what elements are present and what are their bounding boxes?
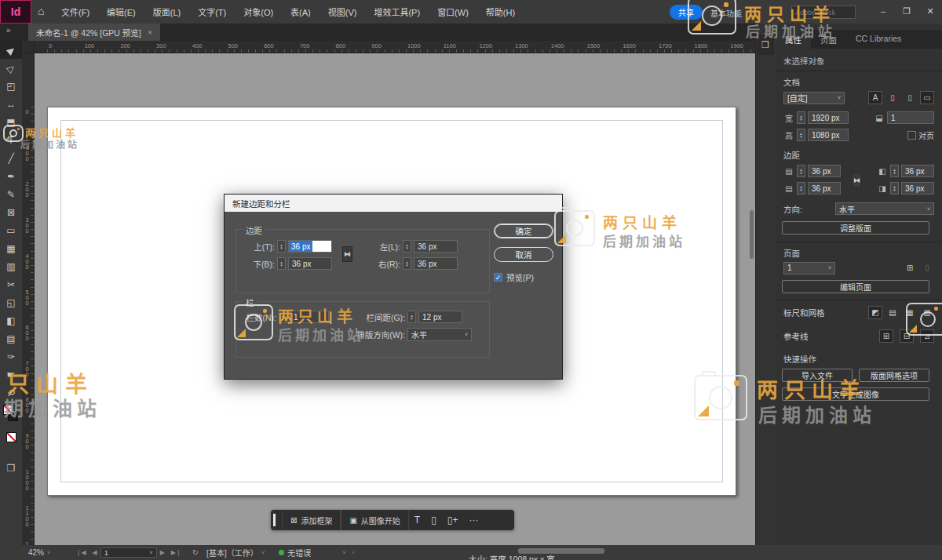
content-collector-tool[interactable]: ⬒ bbox=[0, 113, 22, 131]
vertical-grid-tool[interactable]: ▥ bbox=[0, 257, 22, 275]
page-tool[interactable]: ◰ bbox=[0, 77, 22, 95]
menu-edit[interactable]: 编辑(E) bbox=[107, 5, 136, 18]
intent-mobile-icon[interactable]: ▯ bbox=[885, 91, 900, 104]
horizontal-ruler[interactable]: 0100200300400500600700800900100011001200… bbox=[35, 41, 755, 53]
page-select[interactable]: 1 ˅ bbox=[783, 262, 835, 275]
more-options-icon[interactable]: ··· bbox=[469, 515, 478, 525]
preset-select[interactable]: [自定] ˅ bbox=[783, 92, 845, 104]
menu-help[interactable]: 帮助(H) bbox=[486, 5, 515, 18]
apply-none-swatch[interactable] bbox=[0, 428, 22, 446]
panel-margin-bottom-input[interactable]: 36 px bbox=[808, 182, 841, 195]
pencil-tool[interactable]: ✎ bbox=[0, 185, 22, 203]
menu-view[interactable]: 视图(V) bbox=[328, 5, 357, 18]
writing-direction-select[interactable]: 水平 ˅ bbox=[407, 328, 472, 341]
edit-pages-button[interactable]: 编辑页面 bbox=[782, 280, 929, 293]
tab-cc-libraries[interactable]: CC Libraries bbox=[846, 30, 911, 49]
tab-close-icon[interactable]: ✕ bbox=[148, 29, 153, 36]
gutter-input[interactable]: 12 px bbox=[418, 311, 462, 323]
menu-layout[interactable]: 版面(L) bbox=[153, 5, 181, 18]
add-page-icon[interactable]: ⊞ bbox=[903, 261, 917, 275]
margin-left-stepper[interactable]: ▴▾ bbox=[403, 240, 411, 253]
intent-print-icon[interactable]: A bbox=[868, 91, 882, 104]
scissors-tool[interactable]: ✂ bbox=[0, 275, 22, 293]
prev-page-icon[interactable]: ◀ bbox=[93, 549, 97, 556]
baseline-grid-icon[interactable]: ▤ bbox=[885, 306, 900, 319]
width-input[interactable]: 1920 px bbox=[808, 111, 849, 124]
free-transform-tool[interactable]: ◱ bbox=[0, 293, 22, 311]
document-icon[interactable]: ▯ bbox=[431, 515, 436, 525]
width-stepper[interactable]: ▴▾ bbox=[797, 111, 805, 124]
chevron-down-icon[interactable]: ˅ bbox=[342, 549, 346, 556]
menu-file[interactable]: 文件(F) bbox=[61, 5, 89, 18]
smart-guides-icon[interactable]: ⊿ bbox=[920, 329, 934, 343]
screen-mode-button[interactable]: ❐ bbox=[0, 459, 22, 477]
margin-top-input[interactable]: 36 px bbox=[288, 240, 332, 253]
zoom-tool[interactable]: ⚲ bbox=[0, 384, 22, 402]
pages-panel-icon[interactable]: ❒ bbox=[757, 35, 774, 55]
panel-margin-bottom-stepper[interactable]: ▴▾ bbox=[797, 182, 805, 195]
chevron-down-icon[interactable]: ˅ bbox=[47, 549, 51, 556]
menu-window[interactable]: 窗口(W) bbox=[437, 5, 469, 18]
first-page-icon[interactable]: ❘◀ bbox=[76, 549, 86, 556]
menu-plugins[interactable]: 增效工具(P) bbox=[374, 5, 420, 18]
start-from-image-button[interactable]: ▣ 从图像开始 bbox=[341, 510, 408, 530]
intent-landscape-icon[interactable]: ▭ bbox=[920, 91, 934, 104]
frame-tool[interactable]: ⊠ bbox=[0, 203, 22, 221]
tab-pages[interactable]: 页面 bbox=[811, 30, 846, 49]
fill-stroke-swatches[interactable] bbox=[0, 402, 22, 428]
page-number-input[interactable]: 1 ˅ bbox=[100, 547, 157, 558]
add-frame-button[interactable]: ⊠ 添加框架 bbox=[282, 510, 341, 530]
lock-guides-icon[interactable]: ⊟ bbox=[900, 329, 914, 343]
margin-bottom-input[interactable]: 36 px bbox=[288, 257, 332, 270]
ok-button[interactable]: 确定 bbox=[494, 224, 553, 238]
margin-right-stepper[interactable]: ▴▾ bbox=[403, 257, 411, 270]
panel-margin-right-input[interactable]: 36 px bbox=[901, 182, 934, 195]
close-button[interactable]: ✕ bbox=[918, 0, 942, 22]
share-button[interactable]: 共享 bbox=[670, 5, 703, 20]
document-tab[interactable]: 未命名-1 @ 42% [GPU 预览] ✕ bbox=[28, 24, 160, 41]
menu-type[interactable]: 文字(T) bbox=[198, 5, 226, 18]
dialog-title-bar[interactable]: 新建边距和分栏 bbox=[225, 195, 562, 212]
direct-selection-tool[interactable]: ▷ bbox=[0, 59, 22, 77]
gutter-stepper[interactable]: ▴▾ bbox=[407, 311, 416, 323]
ruler-origin-corner[interactable] bbox=[22, 41, 35, 53]
preflight-icon[interactable]: ↻ bbox=[192, 548, 199, 557]
eyedropper-tool[interactable]: ✑ bbox=[0, 347, 22, 365]
home-icon[interactable]: ⌂ bbox=[38, 5, 44, 17]
panel-margin-top-input[interactable]: 36 px bbox=[808, 165, 841, 177]
document-grid-icon[interactable]: ▦ bbox=[903, 306, 917, 319]
document-add-icon[interactable]: ▯+ bbox=[447, 515, 458, 525]
adjust-layout-button[interactable]: 调整版面 bbox=[782, 221, 929, 235]
fill-swatch-none[interactable] bbox=[3, 405, 13, 415]
pen-tool[interactable]: ✒ bbox=[0, 167, 22, 185]
horizontal-grid-tool[interactable]: ▦ bbox=[0, 239, 22, 257]
hand-tool[interactable]: ☛ bbox=[0, 365, 22, 384]
panel-margin-right-stepper[interactable]: ▴▾ bbox=[890, 182, 899, 195]
grid-options-button[interactable]: 版面网格选项 bbox=[859, 369, 929, 382]
cancel-button[interactable]: 取消 bbox=[494, 247, 553, 262]
gradient-swatch-tool[interactable]: ◧ bbox=[0, 311, 22, 329]
preview-checkbox[interactable]: ✓ bbox=[494, 273, 502, 282]
height-input[interactable]: 1080 px bbox=[808, 129, 849, 141]
menu-table[interactable]: 表(A) bbox=[290, 5, 311, 18]
show-guides-icon[interactable]: ⊞ bbox=[879, 329, 893, 343]
gap-tool[interactable]: ↔ bbox=[0, 95, 22, 113]
direction-select[interactable]: 水平 ˅ bbox=[835, 202, 934, 215]
text-tool-icon[interactable]: T bbox=[414, 515, 420, 525]
adobe-stock-search-input[interactable] bbox=[791, 5, 856, 19]
next-page-icon[interactable]: ▶ bbox=[160, 549, 165, 556]
margin-left-input[interactable]: 36 px bbox=[414, 240, 458, 253]
facing-pages-checkbox[interactable] bbox=[907, 131, 916, 140]
chevron-left-icon[interactable]: ‹ bbox=[352, 549, 355, 556]
margin-right-input[interactable]: 36 px bbox=[414, 257, 458, 270]
workspace-indicator[interactable]: [基本]（工作） bbox=[206, 547, 258, 558]
height-stepper[interactable]: ▴▾ bbox=[797, 129, 805, 141]
link-margins-icon[interactable]: ⧓ bbox=[342, 246, 352, 262]
type-tool[interactable]: T bbox=[0, 131, 22, 149]
restore-button[interactable]: ❐ bbox=[895, 0, 918, 22]
panel-margin-left-input[interactable]: 36 px bbox=[901, 165, 934, 177]
margin-top-stepper[interactable]: ▴▾ bbox=[277, 240, 286, 253]
toolbar-drag-handle[interactable] bbox=[273, 514, 276, 526]
pages-count-input[interactable]: 1 bbox=[887, 111, 934, 124]
ruler-icon[interactable]: ◩ bbox=[868, 306, 882, 319]
